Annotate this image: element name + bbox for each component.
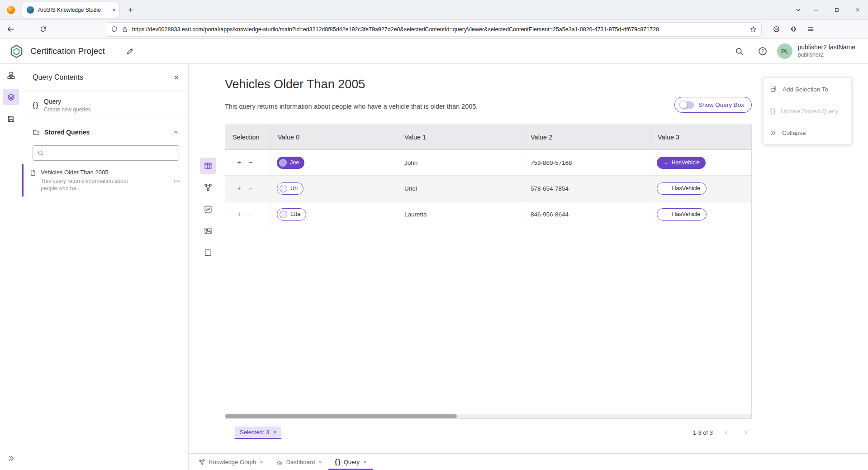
remove-from-selection-button[interactable]: −	[248, 211, 252, 218]
lock-icon[interactable]	[122, 26, 128, 33]
add-to-selection-button[interactable]: +	[237, 185, 241, 192]
url-text[interactable]: https://dev0028833.esri.com/portal/apps/…	[132, 26, 746, 33]
selected-count-label: Selected: 3	[240, 429, 269, 436]
browser-tab[interactable]: ArcGIS Knowledge Studio ×	[22, 2, 119, 18]
pencil-icon	[126, 48, 134, 55]
close-tab-icon[interactable]: ×	[363, 459, 367, 465]
list-all-tabs-button[interactable]	[791, 3, 806, 17]
column-header[interactable]: Value 1	[397, 125, 523, 149]
close-tab-icon[interactable]: ×	[318, 459, 322, 465]
close-window-button[interactable]	[847, 0, 868, 20]
previous-page-button[interactable]	[721, 427, 732, 438]
user-info[interactable]: publisher2 lastName publisher2	[797, 43, 855, 58]
chart-view-button[interactable]	[200, 201, 216, 217]
horizontal-scrollbar[interactable]	[225, 414, 751, 418]
arrow-right-icon: →	[663, 211, 669, 217]
show-query-box-toggle[interactable]: Show Query Box	[674, 97, 752, 113]
double-chevron-right-icon	[770, 129, 777, 136]
edit-title-button[interactable]	[123, 44, 138, 58]
scrollbar-thumb[interactable]	[225, 414, 457, 418]
table-footer: Selected: 3 × 1-3 of 3	[225, 426, 752, 439]
tab-query[interactable]: { } Query ×	[328, 454, 373, 470]
remove-from-selection-button[interactable]: −	[248, 159, 252, 166]
table-row[interactable]: + − Uri Uriel 578-654-7854 → HasVehicle	[225, 176, 751, 201]
arrow-right-icon: →	[663, 185, 669, 192]
tab-dashboard[interactable]: Dashboard ×	[270, 454, 328, 470]
entity-pill[interactable]: Etta	[277, 208, 306, 221]
refresh-icon	[40, 26, 47, 33]
stored-query-item[interactable]: Vehicles Older Than 2005 This query retu…	[22, 164, 188, 197]
cell-value: 759-889-57168	[523, 150, 650, 175]
page-range: 1-3 of 3	[693, 429, 713, 436]
shield-icon[interactable]	[111, 26, 118, 33]
svg-text:?: ?	[761, 48, 764, 54]
avatar[interactable]: PL	[777, 43, 792, 59]
help-button[interactable]: ?	[755, 44, 770, 58]
column-header[interactable]: Value 0	[270, 125, 397, 149]
entity-pill[interactable]: Joe	[277, 157, 304, 169]
collapse-item[interactable]: Collapse	[764, 122, 851, 144]
show-query-box-label: Show Query Box	[698, 101, 744, 108]
add-to-selection-button[interactable]: +	[237, 159, 241, 166]
add-to-selection-button[interactable]: +	[237, 211, 241, 218]
pocket-button[interactable]	[769, 22, 783, 37]
clear-selection-icon[interactable]: ×	[273, 429, 277, 436]
add-selection-to-item[interactable]: Add Selection To	[764, 78, 851, 100]
question-icon: ?	[758, 47, 767, 56]
back-button[interactable]	[3, 22, 18, 37]
table-row[interactable]: + − Etta Lauretta 846-956-8644 → HasVehi…	[225, 201, 751, 227]
pagination: 1-3 of 3	[693, 427, 751, 438]
extensions-button[interactable]	[786, 22, 801, 37]
map-view-button[interactable]	[200, 223, 216, 239]
table-row[interactable]: + − Joe John 759-889-57168 → HasVehicle	[225, 150, 751, 176]
firefox-icon[interactable]	[7, 6, 15, 14]
column-header[interactable]: Value 3	[650, 125, 751, 149]
entity-label: Joe	[290, 159, 299, 166]
minimize-button[interactable]	[806, 0, 826, 20]
stored-queries-search-input[interactable]	[47, 150, 174, 157]
next-page-button[interactable]	[740, 427, 751, 438]
tab-close-icon[interactable]: ×	[112, 6, 116, 14]
close-tab-icon[interactable]: ×	[260, 459, 263, 465]
new-query-subtitle: Create new queries	[44, 106, 91, 113]
project-title: Certification Project	[30, 46, 105, 56]
relationship-label: HasVehicle	[672, 159, 700, 166]
braces-icon: { }	[33, 101, 38, 109]
relationship-pill[interactable]: → HasVehicle	[657, 157, 706, 169]
column-header[interactable]: Value 2	[523, 125, 650, 149]
maximize-button[interactable]	[826, 0, 847, 20]
app-header: Certification Project ? PL publisher2 la…	[0, 39, 868, 64]
save-button[interactable]	[3, 110, 19, 127]
entity-pill[interactable]: Uri	[277, 182, 304, 195]
bookmark-star-icon[interactable]	[750, 26, 757, 33]
stored-queries-section[interactable]: Stored Queries	[22, 125, 188, 140]
new-query-item[interactable]: { } Query Create new queries	[22, 91, 188, 119]
table-view-button[interactable]	[200, 158, 216, 174]
panel-close-icon[interactable]: ×	[174, 73, 179, 82]
selected-chip[interactable]: Selected: 3 ×	[235, 427, 281, 439]
contents-button[interactable]	[3, 89, 19, 105]
chevron-up-icon	[173, 129, 179, 135]
refresh-button[interactable]	[36, 22, 50, 37]
plus-icon	[128, 7, 134, 13]
selection-tool-button[interactable]	[200, 245, 216, 261]
new-tab-button[interactable]	[124, 3, 138, 17]
toggle-switch[interactable]	[680, 101, 694, 109]
column-header[interactable]: Selection	[225, 125, 270, 149]
stored-queries-title: Stored Queries	[44, 129, 168, 136]
data-model-button[interactable]	[3, 67, 19, 83]
relationship-pill[interactable]: → HasVehicle	[657, 208, 707, 221]
entity-icon	[279, 159, 287, 167]
url-bar[interactable]: https://dev0028833.esri.com/portal/apps/…	[106, 22, 762, 37]
item-options-icon[interactable]: ⋯	[173, 176, 181, 185]
tab-knowledge-graph[interactable]: Knowledge Graph ×	[192, 454, 270, 470]
relationship-pill[interactable]: → HasVehicle	[657, 182, 707, 195]
expand-rail-button[interactable]	[5, 452, 17, 465]
link-chart-button[interactable]	[200, 179, 216, 196]
search-button[interactable]	[732, 44, 746, 58]
update-stored-query-item: { } Update Stored Query	[764, 100, 851, 122]
remove-from-selection-button[interactable]: −	[248, 185, 252, 192]
menu-button[interactable]	[803, 22, 818, 37]
close-icon	[855, 7, 860, 13]
stored-queries-search[interactable]	[33, 145, 179, 161]
